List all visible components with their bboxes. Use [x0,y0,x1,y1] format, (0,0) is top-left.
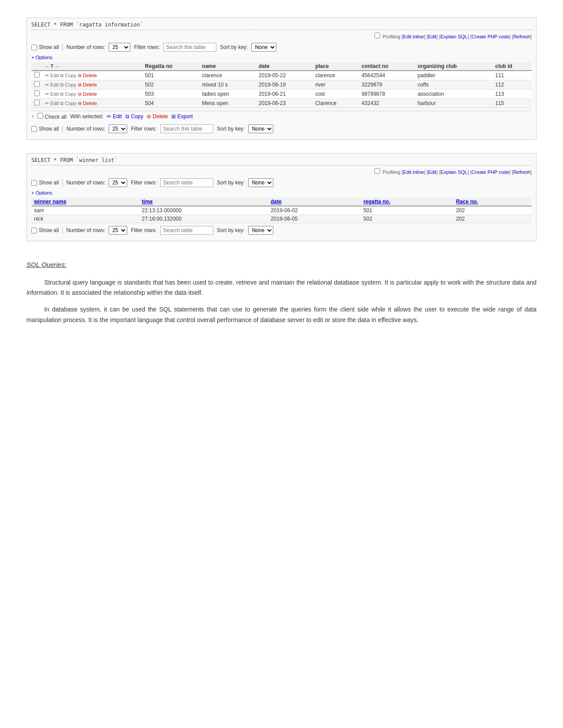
cell-club-id: 113 [492,90,532,99]
sort-select-bottom-2[interactable]: None [248,226,273,235]
edit-inline-link-1[interactable]: Edit inline [403,34,424,39]
controls-row-top-1: Show all Number of rows: 25 50 100 Filte… [31,43,532,52]
filter-input-bottom-2[interactable] [160,226,213,235]
show-all-label-bottom-1: Show all [31,126,59,132]
create-php-link-2[interactable]: Create PHP code [472,169,509,175]
ws-edit-btn-1[interactable]: ✏ Edit [107,113,122,120]
options-row-2[interactable]: + Options [31,190,532,196]
header-contact-no[interactable]: contact no [359,62,415,71]
profiling-checkbox-2[interactable] [374,168,380,174]
show-all-checkbox-2[interactable] [31,180,37,186]
filter-input-bottom-1[interactable] [160,124,213,133]
explain-sql-link-1[interactable]: Explain SQL [441,34,468,39]
header-race-no[interactable]: Race no. [453,198,532,206]
cell-regatta-no: 501 [361,206,453,215]
cell-winner-name: sam [31,206,139,215]
rows-select-bottom-2[interactable]: 25 [109,226,127,235]
row-checkbox[interactable] [34,90,40,96]
row-checkbox[interactable] [34,81,40,87]
filter-input-1[interactable] [163,43,216,52]
row-actions: ✏ Edit ⧉ Copy ⊖ Delete [45,73,140,79]
sql-paragraph-1: Structural query language is standards t… [26,278,537,299]
table-row: nick 27:16:00.132000 2019-06-05 502 202 [31,215,532,223]
header-regatta-no[interactable]: Regatta no [142,62,199,71]
show-all-checkbox-bottom-1[interactable] [31,126,37,132]
row-checkbox[interactable] [34,72,40,78]
rows-select-2[interactable]: 25 [109,178,127,187]
profiling-checkbox-1[interactable] [374,33,380,38]
edit-link-2[interactable]: Edit [428,169,436,175]
table-header-row-1: ← T → Regatta no name date place contact… [31,62,532,71]
ws-delete-btn-1[interactable]: ⊖ Delete [147,113,168,120]
edit-link-1[interactable]: Edit [428,34,436,39]
cell-contact-no: 432432 [359,99,415,108]
ws-export-btn-1[interactable]: ⊞ Export [171,113,193,120]
table-row: ✏ Edit ⧉ Copy ⊖ Delete 501 clarence 2019… [31,71,532,80]
cell-regatta-no: 503 [142,90,199,99]
row-checkbox[interactable] [34,100,40,105]
winner-table: winner name time date regatta no. Race n… [31,198,532,223]
options-link-1[interactable]: + Options [31,55,52,60]
cell-place: river [313,80,359,90]
header-date[interactable]: date [256,62,313,71]
delete-action[interactable]: ⊖ Delete [78,101,97,106]
header-sort-arrow[interactable]: ← T → [42,62,142,71]
cell-org-club: coffs [415,80,493,90]
header-name[interactable]: name [200,62,256,71]
copy-action[interactable]: ⧉ Copy [60,73,76,79]
delete-action[interactable]: ⊖ Delete [78,82,97,88]
cell-regatta-no: 502 [361,215,453,223]
sort-select-2[interactable]: None [248,178,273,187]
separator-2 [62,179,63,186]
cell-org-club: paddler [415,71,493,80]
edit-action[interactable]: ✏ Edit [45,101,59,106]
edit-action[interactable]: ✏ Edit [45,91,59,97]
options-link-2[interactable]: + Options [31,190,52,195]
sql-queries-heading: SQL Queries: [26,259,537,270]
cell-org-club: association [415,90,493,99]
separator-1 [62,44,63,51]
options-row-1[interactable]: + Options [31,54,532,60]
cell-club-id: 111 [492,71,532,80]
filter-input-2[interactable] [160,178,213,187]
cell-org-club: harbour [415,99,493,108]
rows-select-bottom-1[interactable]: 25 [109,124,127,133]
copy-action[interactable]: ⧉ Copy [60,101,76,106]
ws-copy-btn-1[interactable]: ⧉ Copy [125,113,143,120]
show-all-checkbox-bottom-2[interactable] [31,228,37,233]
sort-select-bottom-1[interactable]: None [248,124,273,133]
show-all-label-1: Show all [31,44,59,50]
refresh-link-1[interactable]: Refresh [513,34,530,39]
sql-paragraph-2: In database system, it can be used the S… [26,304,537,326]
show-all-checkbox-1[interactable] [31,45,37,50]
refresh-link-2[interactable]: Refresh [513,169,530,175]
header-regatta-no-winner[interactable]: regatta no. [361,198,453,206]
edit-action[interactable]: ✏ Edit [45,82,59,88]
header-date-winner[interactable]: date [268,198,361,206]
row-actions: ✏ Edit ⧉ Copy ⊖ Delete [45,91,140,97]
row-actions: ✏ Edit ⧉ Copy ⊖ Delete [45,82,140,88]
copy-action[interactable]: ⧉ Copy [60,91,76,97]
header-winner-name[interactable]: winner name [31,198,139,206]
header-org-club[interactable]: organizing club [415,62,493,71]
edit-action[interactable]: ✏ Edit [45,73,59,79]
delete-action[interactable]: ⊖ Delete [78,73,97,79]
create-php-link-1[interactable]: Create PHP code [472,34,509,39]
cell-place: cost [313,90,359,99]
cell-contact-no: 98789878 [359,90,415,99]
ragatta-table: ← T → Regatta no name date place contact… [31,62,532,108]
cell-name: ladies open [200,90,256,99]
rows-select-1[interactable]: 25 50 100 [109,43,130,52]
cell-race-no: 202 [453,215,532,223]
header-club-id[interactable]: club id [492,62,532,71]
explain-sql-link-2[interactable]: Explain SQL [441,169,468,175]
delete-action[interactable]: ⊖ Delete [78,91,97,97]
copy-action[interactable]: ⧉ Copy [60,82,76,88]
header-place[interactable]: place [313,62,359,71]
sort-select-1[interactable]: None [251,43,276,52]
header-time[interactable]: time [139,198,268,206]
table-row: ✏ Edit ⧉ Copy ⊖ Delete 504 Mens open 201… [31,99,532,108]
check-all-checkbox-1[interactable] [38,113,43,119]
cell-time: 22:13:13.000000 [139,206,268,215]
edit-inline-link-2[interactable]: Edit inline [403,169,424,175]
